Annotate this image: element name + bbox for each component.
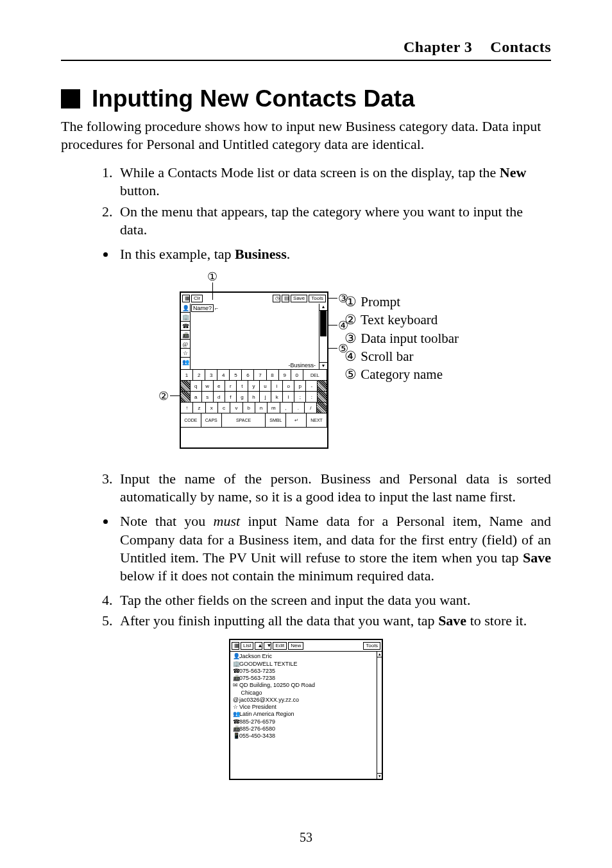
field-icon[interactable]: 👥 [181, 358, 190, 367]
category-name: -Business- [288, 362, 316, 369]
key[interactable]: s [202, 392, 214, 403]
name-prompt: Name? [191, 304, 214, 312]
key[interactable]: f [225, 392, 237, 403]
key[interactable]: / [305, 403, 317, 413]
key-smbl[interactable]: SMBL [266, 413, 286, 428]
key[interactable]: w [202, 381, 214, 392]
key[interactable]: l [283, 392, 294, 403]
key[interactable]: 6 [242, 370, 254, 381]
key[interactable]: 9 [279, 370, 291, 381]
spacer-key[interactable] [318, 392, 327, 403]
row-icon: ☎ [233, 718, 239, 725]
steps-list-a: While a Contacts Mode list or data scree… [61, 164, 551, 239]
key[interactable]: x [206, 403, 218, 413]
scroll-bar[interactable]: ▴ ▾ [377, 652, 382, 779]
key[interactable]: d [214, 392, 225, 403]
field-icon[interactable]: @ [181, 340, 190, 349]
list-item: ☆Vice President [233, 704, 379, 711]
lead-paragraph: The following procedure shows how to inp… [61, 117, 551, 153]
row-icon: ☎ [233, 668, 239, 675]
field-icon[interactable]: 📠 [181, 331, 190, 340]
key-next[interactable]: NEXT [307, 413, 327, 428]
field-icon[interactable]: ☎ [181, 322, 190, 331]
row-text: QD Building, 10250 QD Road [239, 682, 315, 688]
field-icon[interactable]: 🏢 [181, 313, 190, 322]
key[interactable]: a [191, 392, 202, 403]
scroll-down-icon[interactable]: ▾ [377, 773, 382, 779]
scroll-up-icon[interactable]: ▴ [377, 652, 382, 657]
key[interactable]: g [237, 392, 248, 403]
row-text: Chicago [239, 690, 262, 696]
key[interactable]: ; [294, 392, 306, 403]
key[interactable]: r [225, 381, 237, 392]
key[interactable]: , [280, 403, 293, 413]
up-button[interactable]: ▲ [255, 642, 262, 650]
row-text: 075-563-7235 [239, 668, 275, 674]
list-button[interactable]: List [241, 642, 253, 650]
key[interactable]: y [248, 381, 260, 392]
scroll-down-icon[interactable]: ▾ [319, 362, 327, 369]
scroll-bar[interactable]: ▴ ▾ [319, 304, 327, 369]
key[interactable]: p [294, 381, 306, 392]
clr-button[interactable]: Clr [191, 295, 203, 302]
spacer-key[interactable] [181, 392, 191, 403]
down-button[interactable]: ▼ [264, 642, 271, 650]
tools-button[interactable]: Tools [363, 642, 380, 650]
section-title: Inputting New Contacts Data [92, 85, 415, 112]
key[interactable]: . [293, 403, 305, 413]
menu-icon[interactable]: ▦ [232, 642, 239, 650]
key[interactable]: j [260, 392, 271, 403]
new-button[interactable]: New [288, 642, 303, 650]
key[interactable]: 7 [254, 370, 266, 381]
key[interactable]: o [283, 381, 294, 392]
key-code[interactable]: CODE [181, 413, 201, 428]
key[interactable]: c [218, 403, 230, 413]
key[interactable]: 8 [267, 370, 279, 381]
key[interactable]: n [255, 403, 268, 413]
key[interactable]: 3 [205, 370, 217, 381]
key[interactable]: v [230, 403, 242, 413]
key[interactable]: b [243, 403, 255, 413]
key-space[interactable]: SPACE [222, 413, 266, 428]
page: Chapter 3Contacts Inputting New Contacts… [0, 0, 612, 868]
section-heading-row: Inputting New Contacts Data [61, 85, 551, 112]
key[interactable]: h [248, 392, 260, 403]
key[interactable]: m [268, 403, 280, 413]
key[interactable]: e [214, 381, 225, 392]
device-screen-2: ▦ List ▲ ▼ Edit New Tools 👤Jackson Eric🏢… [229, 639, 383, 780]
key[interactable]: q [191, 381, 202, 392]
row-text: 885-276-6579 [239, 718, 275, 725]
key[interactable]: 4 [217, 370, 230, 381]
key[interactable]: z [193, 403, 205, 413]
text-keyboard[interactable]: 1234567890DEL qwertyuiop- asdfghjkl;: ↑z… [181, 370, 327, 428]
figure-legend: ① Prompt ② Text keyboard ③ Data input to… [343, 293, 459, 384]
key[interactable]: : [306, 392, 318, 403]
spacer-key[interactable] [181, 381, 191, 392]
key[interactable]: i [271, 381, 283, 392]
key[interactable]: 2 [193, 370, 205, 381]
key[interactable]: 0 [291, 370, 303, 381]
chapter-label: Chapter 3 [404, 39, 472, 55]
key[interactable]: 1 [181, 370, 193, 381]
spacer-key[interactable] [317, 403, 327, 413]
menu-icon[interactable]: ▦ [182, 295, 190, 302]
key-caps[interactable]: CAPS [201, 413, 222, 428]
scroll-thumb[interactable] [320, 311, 327, 336]
clock-icon[interactable]: ◷ [273, 295, 280, 302]
key-↵[interactable]: ↵ [286, 413, 307, 428]
tools-button[interactable]: Tools [309, 295, 326, 302]
del-key[interactable]: DEL [303, 370, 327, 381]
scroll-up-icon[interactable]: ▴ [319, 304, 327, 311]
key[interactable]: 5 [230, 370, 242, 381]
key[interactable]: t [237, 381, 248, 392]
save-button[interactable]: Save [291, 295, 307, 302]
field-icon[interactable]: ☆ [181, 349, 190, 358]
shift-key[interactable]: ↑ [181, 403, 193, 413]
key[interactable]: - [306, 381, 318, 392]
key[interactable]: u [260, 381, 271, 392]
disk-icon[interactable]: ▤ [282, 295, 289, 302]
spacer-key[interactable] [318, 381, 327, 392]
edit-button[interactable]: Edit [273, 642, 287, 650]
key[interactable]: k [271, 392, 283, 403]
field-icon[interactable]: 👤 [181, 304, 190, 313]
